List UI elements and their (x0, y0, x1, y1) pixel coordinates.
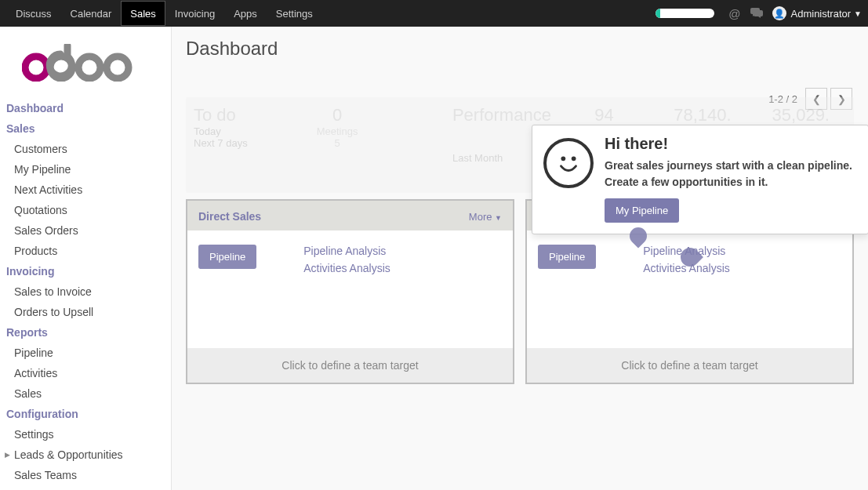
sidebar-item-my-pipeline[interactable]: My Pipeline (0, 159, 171, 180)
sidebar-item-products[interactable]: Products (0, 241, 171, 261)
sidebar-item-pipeline[interactable]: Pipeline (0, 343, 171, 363)
popover-line1: Great sales journeys start with a clean … (605, 158, 852, 174)
progress-bar[interactable] (656, 9, 714, 18)
sidebar-item-activities[interactable]: Activities (0, 363, 171, 383)
topnav-invoicing[interactable]: Invoicing (165, 1, 224, 26)
sidebar-item-orders-to-upsell[interactable]: Orders to Upsell (0, 302, 171, 322)
chat-icon[interactable] (750, 7, 763, 20)
main: Dashboard 1-2 / 2 ❮ ❯ To do Today Next 7… (172, 27, 868, 490)
svg-point-1 (50, 56, 72, 78)
my-pipeline-button[interactable]: My Pipeline (605, 198, 679, 223)
caret-down-icon: ▼ (854, 9, 862, 18)
svg-point-5 (572, 156, 576, 161)
triangle-right-icon: ▶ (5, 451, 11, 459)
topnav-discuss[interactable]: Discuss (6, 1, 61, 26)
side-nav: Dashboard Sales Customers My Pipeline Ne… (0, 95, 171, 490)
pipeline-button[interactable]: Pipeline (198, 245, 256, 269)
sidebar-header-configuration[interactable]: Configuration (0, 404, 171, 424)
link-activities-analysis[interactable]: Activities Analysis (303, 262, 390, 274)
sidebar-item-sales-to-invoice[interactable]: Sales to Invoice (0, 281, 171, 302)
onboarding-popover: Hi there! Great sales journeys start wit… (532, 125, 868, 234)
top-nav: Discuss Calendar Sales Invoicing Apps Se… (6, 1, 322, 26)
sidebar-header-sales[interactable]: Sales (0, 118, 171, 139)
svg-point-0 (25, 56, 47, 78)
sidebar-item-next-activities[interactable]: Next Activities (0, 180, 171, 200)
user-menu[interactable]: 👤 Administrator ▼ (772, 6, 862, 20)
team-target-footer[interactable]: Click to define a team target (527, 348, 852, 383)
topnav-apps[interactable]: Apps (224, 1, 267, 26)
svg-point-4 (561, 156, 566, 161)
popover-title: Hi there! (605, 135, 852, 153)
link-pipeline-analysis[interactable]: Pipeline Analysis (303, 245, 390, 257)
svg-point-2 (78, 56, 100, 78)
smiley-icon (543, 138, 594, 188)
sidebar-item-settings[interactable]: Settings (0, 424, 171, 445)
topnav-settings[interactable]: Settings (267, 1, 322, 26)
sidebar-item-sales-orders[interactable]: Sales Orders (0, 220, 171, 241)
topnav-calendar[interactable]: Calendar (61, 1, 122, 26)
caret-down-icon: ▼ (495, 214, 502, 222)
sidebar-header-invoicing[interactable]: Invoicing (0, 261, 171, 281)
sidebar-header-dashboard[interactable]: Dashboard (0, 98, 171, 118)
team-target-footer[interactable]: Click to define a team target (187, 348, 513, 383)
user-name: Administrator (791, 8, 852, 20)
avatar-icon: 👤 (772, 6, 786, 20)
sidebar-header-reports[interactable]: Reports (0, 322, 171, 343)
logo[interactable] (0, 27, 171, 95)
titlebar: Dashboard (172, 27, 868, 60)
topnav-sales[interactable]: Sales (121, 1, 165, 26)
pipeline-button[interactable]: Pipeline (538, 245, 596, 269)
team-panel-direct-sales: Direct Sales More ▼ Pipeline Pipeline An… (186, 199, 514, 384)
topbar: Discuss Calendar Sales Invoicing Apps Se… (0, 0, 868, 27)
sidebar-item-customers[interactable]: Customers (0, 139, 171, 159)
team-title[interactable]: Direct Sales (198, 210, 261, 223)
popover-line2: Create a few opportunities in it. (605, 174, 852, 191)
team-more[interactable]: More ▼ (469, 211, 502, 223)
sidebar-item-quotations[interactable]: Quotations (0, 200, 171, 220)
sidebar-item-sales-teams[interactable]: Sales Teams (0, 465, 171, 485)
at-icon[interactable]: @ (728, 7, 740, 20)
sidebar: Dashboard Sales Customers My Pipeline Ne… (0, 27, 172, 490)
sidebar-item-leads[interactable]: ▶Leads & Opportunities (0, 445, 171, 465)
sidebar-item-sales-report[interactable]: Sales (0, 383, 171, 404)
page-title: Dashboard (186, 38, 854, 60)
svg-point-3 (107, 56, 129, 78)
